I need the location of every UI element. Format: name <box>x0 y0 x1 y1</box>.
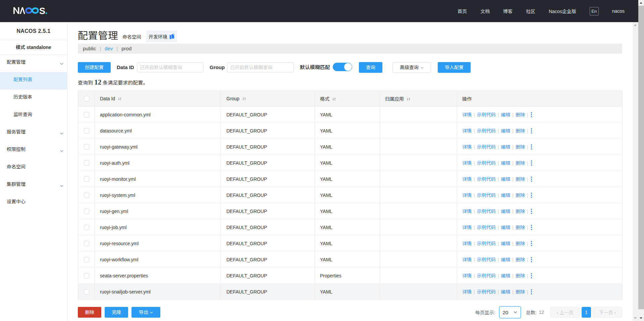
svg-text:S: S <box>39 6 45 16</box>
